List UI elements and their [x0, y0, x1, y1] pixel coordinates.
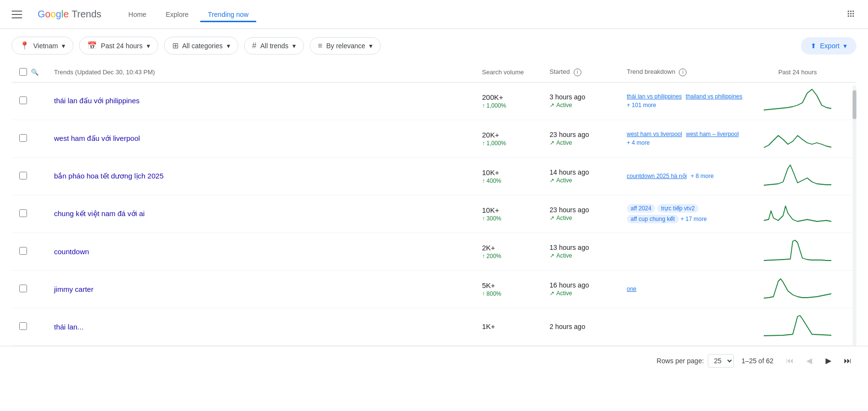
- menu-button[interactable]: [8, 7, 26, 22]
- mini-chart-svg: [764, 126, 831, 150]
- breakdown-link[interactable]: west ham vs liverpool: [627, 131, 682, 137]
- trend-chart: [754, 308, 841, 345]
- breakdown-info-icon[interactable]: i: [679, 68, 687, 76]
- category-icon: ⊞: [172, 41, 179, 50]
- breakdown-links: thái lan vs philippinesthailand vs phili…: [627, 93, 746, 109]
- started-time: 14 hours ago: [550, 168, 611, 176]
- scrollbar-thumb[interactable]: [853, 90, 856, 119]
- rows-select[interactable]: 10 25 50: [708, 354, 734, 368]
- started-time: 2 hours ago: [550, 323, 611, 330]
- trend-chart: [754, 270, 841, 308]
- country-filter[interactable]: 📍 Vietnam ▾: [12, 37, 73, 55]
- trends-type-filter[interactable]: # All trends ▾: [244, 37, 304, 55]
- nav-explore[interactable]: Explore: [158, 7, 196, 22]
- search-volume: 10K+: [482, 168, 534, 177]
- row-checkbox-6[interactable]: [19, 285, 27, 292]
- th-volume: Search volume: [474, 62, 542, 82]
- update-time: (Updated Dec 30, 10:43 PM): [75, 68, 155, 76]
- started-info-icon[interactable]: i: [574, 68, 581, 76]
- export-button[interactable]: ⬆ Export ▾: [801, 37, 856, 55]
- scrollbar[interactable]: [853, 85, 856, 346]
- started-time: 23 hours ago: [550, 131, 611, 138]
- search-volume: 2K+: [482, 244, 534, 252]
- breakdown-link[interactable]: west ham – liverpool: [686, 131, 739, 137]
- breakdown-more-link[interactable]: + 4 more: [627, 139, 650, 146]
- page-info: 1–25 of 62: [742, 357, 773, 365]
- active-arrow-icon: ↗: [550, 139, 554, 146]
- search-icon-header: 🔍: [31, 68, 39, 76]
- chevron-down-icon4: ▾: [292, 42, 296, 50]
- volume-percent: ↑ 400%: [482, 178, 534, 184]
- sort-filter[interactable]: ≡ By relevance ▾: [310, 37, 381, 55]
- breakdown-link[interactable]: thái lan vs philippines: [627, 93, 682, 100]
- breakdown-links: countdown 2025 hà nội+ 8 more: [627, 173, 746, 179]
- breakdown-link[interactable]: countdown 2025 hà nội: [627, 173, 687, 179]
- table-row: bắn pháo hoa tết dương lịch 202510K+ ↑ 4…: [12, 157, 856, 195]
- trend-name[interactable]: thái lan đấu với philippines: [54, 96, 139, 105]
- pagination-bar: Rows per page: 10 25 50 1–25 of 62 ⏮ ◀ ▶…: [0, 346, 868, 375]
- nav-trending-now[interactable]: Trending now: [200, 7, 256, 22]
- row-checkbox-5[interactable]: [19, 247, 27, 255]
- active-arrow-icon: ↗: [550, 290, 554, 297]
- trends-type-label: All trends: [260, 42, 288, 50]
- trend-chart: [754, 82, 841, 120]
- time-filter[interactable]: 📅 Past 24 hours ▾: [79, 37, 158, 55]
- volume-percent: ↑ 800%: [482, 290, 534, 297]
- active-arrow-icon: ↗: [550, 252, 554, 259]
- row-checkbox-1[interactable]: [19, 96, 27, 104]
- breakdown-tag[interactable]: trực tiếp vtv2: [657, 204, 699, 213]
- th-trends: Trends (Updated Dec 30, 10:43 PM): [46, 62, 474, 82]
- breakdown-more-link[interactable]: + 17 more: [681, 216, 707, 222]
- page-navigation: ⏮ ◀ ▶ ⏭: [781, 352, 856, 370]
- first-page-button[interactable]: ⏮: [781, 352, 799, 370]
- select-all-checkbox[interactable]: [19, 68, 27, 76]
- started-status: ↗Active: [550, 102, 611, 109]
- nav-home[interactable]: Home: [121, 7, 154, 22]
- breakdown-link[interactable]: one: [627, 286, 636, 292]
- table-row: thái lan đấu với philippines200K+ ↑ 1,00…: [12, 82, 856, 120]
- started-status: ↗Active: [550, 252, 611, 259]
- volume-percent: ↑ 1,000%: [482, 140, 534, 147]
- sort-icon: ≡: [318, 41, 322, 50]
- row-checkbox-3[interactable]: [19, 172, 27, 179]
- breakdown-more-link[interactable]: + 8 more: [690, 173, 714, 179]
- search-volume: 5K+: [482, 281, 534, 289]
- trend-name[interactable]: thái lan...: [54, 323, 83, 331]
- mini-chart-svg: [764, 314, 831, 338]
- search-volume: 20K+: [482, 131, 534, 139]
- th-started: Started i: [542, 62, 619, 82]
- table-row: west ham đấu với liverpool20K+ ↑ 1,000%2…: [12, 120, 856, 157]
- breakdown-more-link[interactable]: + 101 more: [627, 102, 656, 109]
- trend-name[interactable]: chung kết việt nam đá với ai: [54, 209, 145, 218]
- started-time: 3 hours ago: [550, 93, 611, 101]
- trend-name[interactable]: countdown: [54, 247, 89, 256]
- trend-name[interactable]: bắn pháo hoa tết dương lịch 2025: [54, 172, 164, 180]
- location-icon: 📍: [20, 41, 29, 50]
- trend-name[interactable]: west ham đấu với liverpool: [54, 134, 140, 142]
- active-arrow-icon: ↗: [550, 215, 554, 221]
- chevron-down-icon: ▾: [62, 42, 65, 50]
- apps-button[interactable]: [843, 6, 860, 23]
- row-checkbox-4[interactable]: [19, 209, 27, 217]
- breakdown-tag[interactable]: aff 2024: [627, 204, 655, 213]
- row-checkbox-7[interactable]: [19, 322, 27, 330]
- categories-filter[interactable]: ⊞ All categories ▾: [164, 37, 238, 55]
- categories-label: All categories: [182, 42, 223, 50]
- breakdown-tag[interactable]: aff cup chung kết: [627, 215, 679, 223]
- search-volume: 1K+: [482, 322, 534, 330]
- row-checkbox-2[interactable]: [19, 134, 27, 142]
- mini-chart-svg: [764, 239, 831, 263]
- prev-page-button[interactable]: ◀: [800, 352, 818, 370]
- breakdown-links: aff 2024trực tiếp vtv2aff cup chung kết+…: [627, 204, 746, 223]
- active-arrow-icon: ↗: [550, 177, 554, 184]
- volume-percent: ↑ 1,000%: [482, 102, 534, 109]
- started-status: ↗Active: [550, 139, 611, 146]
- trend-name[interactable]: jimmy carter: [54, 285, 94, 293]
- search-volume: 10K+: [482, 206, 534, 214]
- trend-chart: [754, 157, 841, 195]
- last-page-button[interactable]: ⏭: [839, 352, 856, 370]
- breakdown-link[interactable]: thailand vs philippines: [686, 93, 742, 100]
- next-page-button[interactable]: ▶: [820, 352, 837, 370]
- volume-percent: ↑ 200%: [482, 253, 534, 260]
- logo[interactable]: Google Trends: [38, 9, 101, 20]
